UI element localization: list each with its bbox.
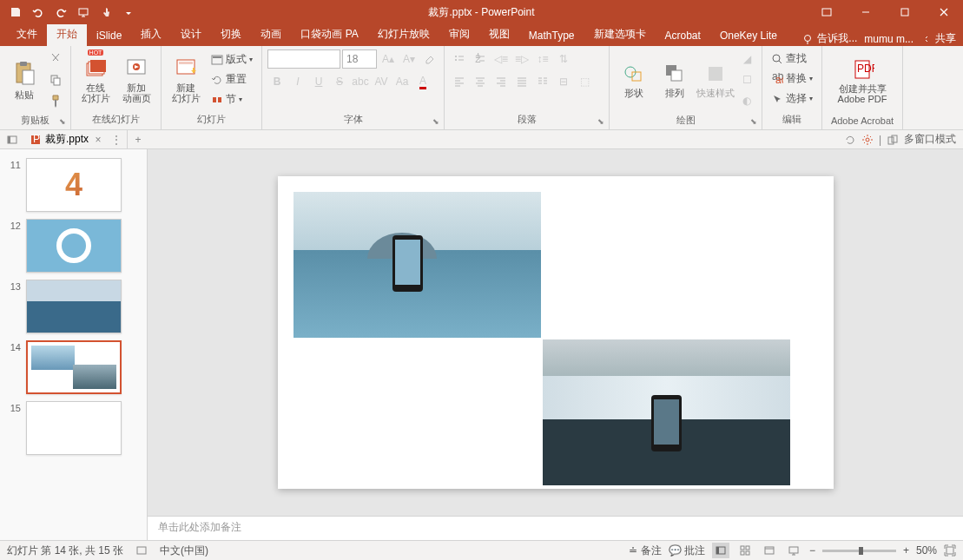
notes-pane[interactable]: 单击此处添加备注	[148, 516, 963, 540]
multi-window-label[interactable]: 多窗口模式	[904, 132, 956, 147]
replace-button[interactable]: abac替换▾	[768, 69, 816, 88]
align-right-button[interactable]	[491, 72, 511, 91]
share-button[interactable]: 共享	[920, 31, 956, 46]
clear-format-button[interactable]	[420, 49, 439, 69]
language-indicator[interactable]: 中文(中国)	[160, 544, 208, 558]
slide-canvas[interactable]	[278, 176, 834, 489]
align-text-button[interactable]: ⊟	[554, 72, 573, 91]
reset-button[interactable]: 重置	[208, 70, 256, 89]
bullets-button[interactable]	[450, 49, 469, 69]
copy-button[interactable]	[46, 70, 65, 89]
new-anim-page-button[interactable]: 新加动画页	[117, 51, 155, 109]
drawing-dialog-launcher[interactable]: ⬊	[748, 115, 760, 128]
refresh-icon[interactable]	[844, 134, 856, 146]
char-spacing-button[interactable]: AV	[372, 72, 391, 91]
thumbnail-panel[interactable]: 11 4 12 13 14 15	[0, 149, 148, 540]
shape-effects-button[interactable]: ◐	[737, 91, 756, 110]
thumbnail-13[interactable]: 13	[0, 276, 147, 337]
align-left-button[interactable]	[450, 72, 469, 91]
smartart-button[interactable]: ⬚	[575, 72, 594, 91]
slide-viewport[interactable]	[148, 149, 963, 516]
cut-button[interactable]	[46, 49, 65, 69]
shape-outline-button[interactable]: ☐	[737, 70, 756, 89]
tab-view[interactable]: 视图	[479, 23, 519, 46]
tab-acrobat[interactable]: Acrobat	[656, 25, 710, 46]
strikethrough-button[interactable]: S	[330, 72, 349, 91]
tab-home[interactable]: 开始	[47, 23, 87, 46]
quick-styles-button[interactable]: 快速样式	[696, 51, 735, 109]
qat-customize-button[interactable]	[118, 3, 139, 22]
close-button[interactable]	[924, 0, 963, 24]
thumbnail-14[interactable]: 14	[0, 337, 147, 398]
normal-view-button[interactable]	[712, 543, 729, 558]
font-size-combo[interactable]: 18	[342, 49, 377, 69]
minimize-button[interactable]	[846, 0, 885, 24]
user-name[interactable]: mumu m...	[864, 33, 914, 45]
tab-slideshow[interactable]: 幻灯片放映	[368, 23, 439, 46]
italic-button[interactable]: I	[288, 72, 307, 91]
gear-icon[interactable]	[861, 134, 874, 146]
tab-file[interactable]: 文件	[7, 23, 47, 46]
tab-review[interactable]: 审阅	[439, 23, 479, 46]
maximize-button[interactable]	[885, 0, 924, 24]
font-color-button[interactable]: A	[413, 72, 432, 91]
shape-fill-button[interactable]: ◢	[737, 49, 756, 69]
save-button[interactable]	[5, 3, 26, 22]
tab-onekey[interactable]: OneKey Lite	[710, 25, 787, 46]
zoom-slider[interactable]	[822, 550, 896, 552]
online-slides-button[interactable]: HOT 在线幻灯片	[76, 51, 115, 109]
numbering-button[interactable]: 12	[471, 49, 490, 69]
paragraph-dialog-launcher[interactable]: ⬊	[595, 115, 607, 128]
thumbnail-15[interactable]: 15	[0, 398, 147, 458]
font-dialog-launcher[interactable]: ⬊	[430, 115, 442, 128]
thumbnail-11[interactable]: 11 4	[0, 155, 147, 215]
align-center-button[interactable]	[471, 72, 490, 91]
shapes-button[interactable]: 形状	[615, 51, 653, 109]
increase-font-button[interactable]: A▴	[379, 49, 398, 69]
zoom-level[interactable]: 50%	[916, 544, 937, 557]
increase-indent-button[interactable]: ≡▷	[512, 49, 531, 69]
paste-button[interactable]: 粘贴	[5, 51, 43, 109]
bold-button[interactable]: B	[267, 72, 287, 91]
tab-pocket-anim[interactable]: 口袋动画 PA	[291, 23, 367, 46]
layout-button[interactable]: 版式▾	[208, 50, 256, 69]
decrease-indent-button[interactable]: ◁≡	[491, 49, 511, 69]
notes-toggle[interactable]: ≐ 备注	[629, 544, 661, 558]
tab-islide[interactable]: iSlide	[87, 25, 131, 46]
section-button[interactable]: 节▾	[208, 90, 256, 109]
reading-view-button[interactable]	[761, 543, 778, 558]
image-bus-phone[interactable]	[543, 339, 790, 485]
tab-transitions[interactable]: 切换	[211, 23, 251, 46]
shadow-button[interactable]: abc	[351, 72, 370, 91]
clipboard-dialog-launcher[interactable]: ⬊	[56, 115, 69, 128]
line-spacing-button[interactable]: ↕≡	[533, 49, 552, 69]
undo-button[interactable]	[28, 3, 49, 22]
thumbnail-pane-toggle[interactable]	[0, 134, 24, 146]
add-document-button[interactable]: +	[128, 134, 148, 146]
text-direction-button[interactable]: ⇅	[554, 49, 573, 69]
zoom-in-button[interactable]: +	[903, 544, 909, 557]
sorter-view-button[interactable]	[736, 543, 754, 558]
font-name-combo[interactable]	[267, 49, 340, 69]
slideshow-from-start-button[interactable]	[73, 3, 94, 22]
arrange-button[interactable]: 排列	[656, 51, 694, 109]
slideshow-view-button[interactable]	[785, 543, 802, 558]
document-tab[interactable]: P 裁剪.pptx × ⋮	[24, 130, 128, 149]
document-tab-close[interactable]: ×	[92, 134, 104, 146]
format-painter-button[interactable]	[46, 91, 65, 110]
tab-mathtype[interactable]: MathType	[519, 25, 584, 46]
slide-counter[interactable]: 幻灯片 第 14 张, 共 15 张	[7, 544, 123, 558]
new-slide-button[interactable]: 新建幻灯片	[167, 51, 205, 109]
document-tab-menu[interactable]: ⋮	[108, 134, 122, 146]
decrease-font-button[interactable]: A▾	[399, 49, 419, 69]
image-sea-phone[interactable]	[294, 192, 541, 338]
ribbon-display-button[interactable]	[807, 0, 846, 24]
select-button[interactable]: 选择▾	[768, 89, 816, 108]
touch-mode-button[interactable]	[96, 3, 116, 22]
zoom-out-button[interactable]: −	[809, 544, 815, 557]
fit-to-window-button[interactable]	[944, 544, 956, 557]
tab-insert[interactable]: 插入	[131, 23, 171, 46]
comments-toggle[interactable]: 💬 批注	[669, 544, 705, 558]
create-share-pdf-button[interactable]: PDF 创建并共享Adobe PDF	[828, 52, 897, 109]
change-case-button[interactable]: Aa	[392, 72, 412, 91]
